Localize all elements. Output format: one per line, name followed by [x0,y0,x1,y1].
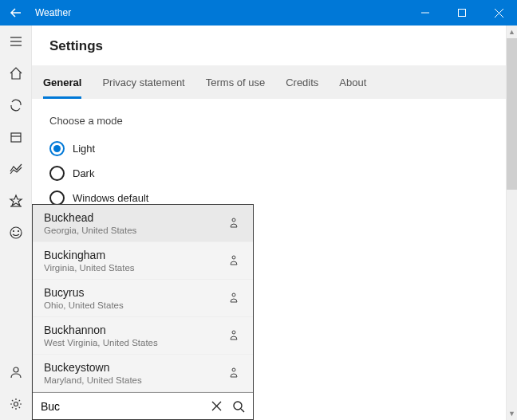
suggestion-city: Buckhead [44,211,227,224]
tab-credits[interactable]: Credits [286,65,318,99]
svg-point-15 [14,402,18,406]
scroll-up-arrow[interactable]: ▲ [507,26,517,38]
svg-point-13 [18,231,18,232]
suggestion-item[interactable]: Buckingham Virginia, United States [33,242,253,280]
suggestion-city: Buckingham [44,249,227,261]
tabs-bar: General Privacy statement Terms of use C… [32,65,517,99]
daily-icon[interactable] [0,121,32,153]
tab-privacy[interactable]: Privacy statement [102,65,184,99]
suggestion-region: Virginia, United States [44,263,227,273]
location-pin-icon [227,328,243,343]
titlebar: Weather [0,0,517,26]
search-input[interactable] [41,400,205,413]
suggestion-item[interactable]: Buckeystown Maryland, United States [33,355,253,392]
svg-point-23 [234,402,242,410]
feedback-icon[interactable] [0,217,32,249]
svg-marker-9 [10,195,22,206]
search-icon[interactable] [227,395,250,418]
svg-rect-1 [459,10,466,17]
svg-point-11 [10,227,22,238]
vertical-scrollbar[interactable]: ▲ ▼ [506,26,517,420]
suggestion-item[interactable]: Bucyrus Ohio, United States [33,280,253,317]
svg-point-17 [232,256,235,259]
back-button[interactable] [0,0,32,26]
search-bar [33,392,253,419]
radio-indicator [49,166,65,181]
suggestion-item[interactable]: Buckhead Georgia, United States [33,205,253,242]
svg-rect-7 [11,133,21,142]
minimize-button[interactable] [407,0,444,26]
page-title: Settings [49,38,499,54]
suggestion-region: West Virginia, United States [44,338,227,347]
suggestion-city: Buckhannon [44,324,227,336]
radio-label: Windows default [73,192,148,204]
svg-point-19 [232,331,235,334]
svg-point-14 [14,367,18,372]
location-pin-icon [227,216,243,231]
chart-icon[interactable] [0,153,32,185]
app-title: Weather [32,7,407,18]
suggestion-region: Maryland, United States [44,375,227,385]
suggestion-city: Buckeystown [44,361,227,374]
svg-point-18 [232,293,235,296]
tab-about[interactable]: About [339,65,366,99]
radio-dark[interactable]: Dark [49,166,499,181]
suggestion-city: Bucyrus [44,286,227,299]
suggestion-list: Buckhead Georgia, United States Buckingh… [33,205,253,392]
location-pin-icon [227,366,243,381]
tab-terms[interactable]: Terms of use [206,65,265,99]
window-controls [407,0,517,26]
scroll-thumb[interactable] [507,38,517,190]
hourly-icon[interactable] [0,89,32,121]
settings-icon[interactable] [0,388,32,420]
suggestion-region: Ohio, United States [44,300,227,310]
maximize-button[interactable] [444,0,480,26]
home-icon[interactable] [0,57,32,89]
radio-light[interactable]: Light [49,141,499,156]
account-icon[interactable] [0,356,32,388]
location-pin-icon [227,253,243,269]
radio-label: Light [73,143,95,155]
svg-point-20 [232,368,235,371]
radio-label: Dark [73,167,94,179]
mode-heading: Choose a mode [49,115,499,127]
search-suggestions-popup: Buckhead Georgia, United States Buckingh… [32,204,254,420]
hamburger-button[interactable] [0,26,32,57]
location-pin-icon [227,291,243,306]
scroll-down-arrow[interactable]: ▼ [507,407,517,420]
svg-point-16 [232,218,235,222]
tab-general[interactable]: General [43,65,81,99]
svg-line-24 [241,409,244,412]
favorites-icon[interactable] [0,185,32,217]
nav-rail [0,26,32,420]
svg-point-12 [13,231,14,232]
suggestion-item[interactable]: Buckhannon West Virginia, United States [33,317,253,355]
suggestion-region: Georgia, United States [44,226,227,235]
clear-icon[interactable] [205,395,227,418]
radio-indicator [49,141,65,156]
close-button[interactable] [480,0,517,26]
